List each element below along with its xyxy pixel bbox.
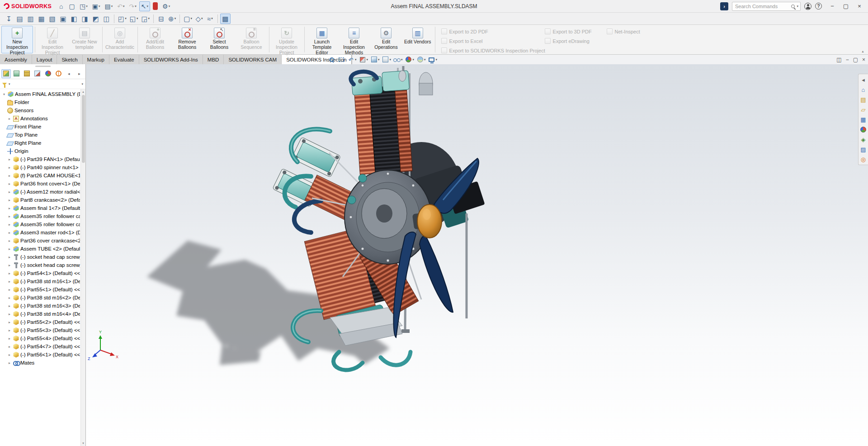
- tree-item[interactable]: ▸ (-) socket head cap screw_din<: [1, 261, 80, 269]
- tree-item[interactable]: ▸ (-) Part38 std m16<3> (Default: [1, 302, 80, 310]
- export-2d-pdf-button[interactable]: Export to 2D PDF: [441, 28, 533, 35]
- tree-item[interactable]: Sensors: [1, 106, 80, 114]
- new-inspection-project-button[interactable]: New Inspection Project: [1, 26, 33, 53]
- scroll-up-icon[interactable]: ▴: [81, 90, 85, 94]
- dimxpertmanager-tab[interactable]: [33, 69, 42, 78]
- tree-display-options-icon[interactable]: ▾: [81, 82, 83, 86]
- expand-arrow-icon[interactable]: ▸: [7, 223, 12, 227]
- expand-arrow-icon[interactable]: ▸: [7, 174, 12, 178]
- expand-arrow-icon[interactable]: ▸: [7, 280, 12, 284]
- search-icon[interactable]: [791, 5, 795, 8]
- edit-operations-button[interactable]: Edit Operations: [370, 26, 402, 53]
- expand-arrow-icon[interactable]: ▸: [7, 271, 12, 275]
- tree-item[interactable]: ▸ (-) Assem12 motor radial<1> (: [1, 188, 80, 196]
- expand-arrow-icon[interactable]: ▸: [7, 345, 12, 349]
- spline-tool-icon[interactable]: ≈ ▾: [205, 14, 215, 24]
- custom-properties-icon[interactable]: ▨: [859, 145, 868, 153]
- new-document-icon[interactable]: ▢: [67, 1, 77, 11]
- search-commands-box[interactable]: Search Commands ▾: [732, 2, 801, 11]
- expand-arrow-icon[interactable]: ▸: [7, 263, 12, 267]
- create-new-template-button[interactable]: Create New template: [69, 26, 100, 53]
- export-excel-button[interactable]: Export to Excel: [441, 37, 533, 45]
- expand-arrow-icon[interactable]: ▸: [7, 337, 12, 341]
- redo-icon[interactable]: ↷ ▾: [127, 1, 138, 11]
- task-pane-collapse-icon[interactable]: ◂: [859, 76, 868, 84]
- panel-tabs-scroll-right[interactable]: ▸: [75, 69, 84, 78]
- tree-item[interactable]: ▸ (-) Part55<4> (Default) <<Defa: [1, 334, 80, 342]
- viewport-restore-button[interactable]: ▢: [853, 57, 858, 62]
- search-caret-icon[interactable]: ▾: [797, 5, 798, 8]
- mass-properties-icon[interactable]: ⊕ ▾: [167, 14, 177, 24]
- scenes-icon[interactable]: ◈: [859, 135, 868, 143]
- sketch-icon[interactable]: ◇ ▾: [194, 14, 204, 24]
- filter-caret-icon[interactable]: ▾: [9, 82, 10, 86]
- tab-markup[interactable]: Markup: [83, 55, 109, 64]
- previous-view-icon[interactable]: ▾: [347, 56, 357, 63]
- reference-geometry-icon[interactable]: ◨: [80, 14, 90, 24]
- propertymanager-tab[interactable]: [12, 69, 21, 78]
- tree-item[interactable]: ▸ (-) Part55<2> (Default) <<Defa: [1, 318, 80, 326]
- tree-item[interactable]: Top Plane: [1, 131, 80, 139]
- expand-arrow-icon[interactable]: ▸: [7, 117, 12, 121]
- tree-item[interactable]: Right Plane: [1, 139, 80, 147]
- expand-arrow-icon[interactable]: ▸: [7, 206, 12, 210]
- home-icon[interactable]: ⌂: [56, 1, 66, 11]
- view-settings-icon[interactable]: ▾: [428, 56, 438, 63]
- graphics-area[interactable]: Y X Z: [86, 64, 868, 446]
- maximize-button[interactable]: ▢: [839, 0, 853, 12]
- edit-inspection-methods-button[interactable]: Edit Inspection Methods: [338, 26, 370, 53]
- expand-arrow-icon[interactable]: ▸: [7, 361, 12, 365]
- tree-item[interactable]: ▸ (f) Part26 CAM HOUSE<1> (De: [1, 171, 80, 180]
- expand-arrow-icon[interactable]: ▾: [2, 92, 6, 96]
- tree-item[interactable]: ▸ Assem35 roller follower cam as: [1, 220, 80, 228]
- export-sw-inspection-project-button[interactable]: Export to SOLIDWORKS Inspection Project: [441, 47, 533, 54]
- tree-item[interactable]: ▸ Assem3 master rod<1> (Defau: [1, 228, 80, 237]
- bill-of-materials-icon[interactable]: ◫: [101, 14, 112, 24]
- remove-balloons-button[interactable]: Remove Balloons: [171, 26, 203, 53]
- tree-item[interactable]: ▸ (-) Part38 std m16<4> (Default: [1, 310, 80, 318]
- expand-arrow-icon[interactable]: ▸: [7, 214, 12, 218]
- appearances-icon[interactable]: [859, 125, 868, 133]
- export-3d-pdf-button[interactable]: Export to 3D PDF: [545, 28, 594, 35]
- tree-item[interactable]: ▸ (-) Part40 spinner nut<1> (Defa: [1, 163, 80, 171]
- expand-arrow-icon[interactable]: ▸: [7, 328, 12, 332]
- apply-scene-icon[interactable]: ▾: [416, 56, 426, 63]
- net-inspect-button[interactable]: Net-Inspect: [607, 28, 647, 35]
- tree-item[interactable]: ▸ (-) Part55<3> (Default) <<Defa: [1, 326, 80, 334]
- insert-components-icon[interactable]: ↧: [4, 14, 14, 24]
- interference-detection-icon[interactable]: ▢ ▾: [182, 14, 193, 24]
- expand-arrow-icon[interactable]: ▸: [7, 304, 12, 308]
- zoom-area-icon[interactable]: [338, 56, 345, 63]
- tree-item[interactable]: ▸ Part36 cover crankcase<2> (De: [1, 237, 80, 245]
- assembly-features-icon[interactable]: ◧: [69, 14, 79, 24]
- mate-icon[interactable]: ▤: [14, 14, 25, 24]
- close-button[interactable]: ×: [853, 0, 866, 12]
- open-document-icon[interactable]: ◳ ▾: [78, 1, 90, 11]
- tab-solidworks-cam[interactable]: SOLIDWORKS CAM: [224, 55, 282, 64]
- ribbon-collapse-icon[interactable]: ▲: [861, 50, 864, 53]
- command-launcher-icon[interactable]: ›: [720, 2, 728, 10]
- expand-arrow-icon[interactable]: ▸: [7, 182, 12, 186]
- expand-arrow-icon[interactable]: ▸: [7, 157, 12, 161]
- filter-funnel-icon[interactable]: [2, 83, 7, 85]
- tab-mbd[interactable]: MBD: [203, 55, 224, 64]
- scroll-down-icon[interactable]: ▾: [81, 441, 85, 445]
- displaymanager-tab[interactable]: [43, 69, 53, 78]
- tab-evaluate[interactable]: Evaluate: [109, 55, 139, 64]
- zoom-fit-icon[interactable]: [328, 56, 335, 63]
- panel-tabs-scroll-left[interactable]: ◂: [64, 69, 74, 78]
- section-view-icon[interactable]: ◱ ▾: [128, 14, 140, 24]
- expand-arrow-icon[interactable]: ▸: [7, 247, 12, 251]
- expand-arrow-icon[interactable]: ▸: [7, 320, 12, 324]
- add-edit-balloons-button[interactable]: Add/Edit Balloons: [139, 26, 171, 53]
- tree-item[interactable]: ▸ Assem final 1<7> (Default) <D: [1, 204, 80, 212]
- expand-arrow-icon[interactable]: ▸: [7, 190, 12, 194]
- edit-vendors-button[interactable]: Edit Vendors: [402, 26, 433, 53]
- undo-icon[interactable]: ↶ ▾: [115, 1, 126, 11]
- hide-show-items-icon[interactable]: ▾: [393, 56, 403, 63]
- export-edrawing-button[interactable]: Export eDrawing: [545, 37, 594, 45]
- tab-sketch[interactable]: Sketch: [57, 55, 82, 64]
- expand-arrow-icon[interactable]: ▸: [7, 296, 12, 300]
- forum-icon[interactable]: ◎: [859, 155, 868, 163]
- motion-study-icon[interactable]: ◩: [90, 14, 101, 24]
